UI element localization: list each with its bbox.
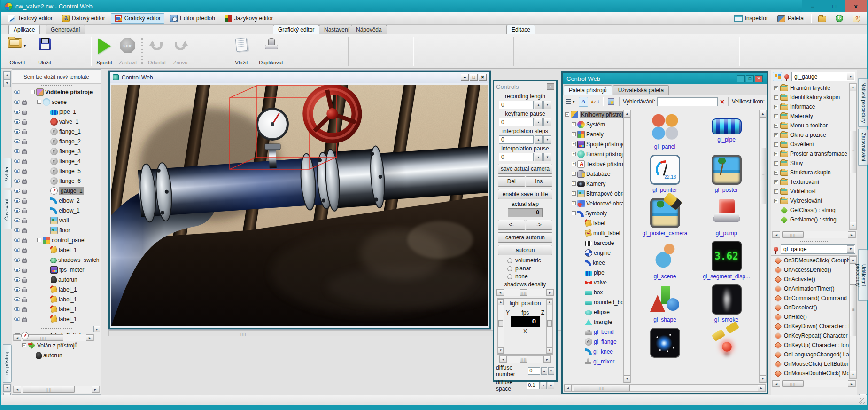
shadows-density-scrollbar[interactable]: ◄ ► (496, 289, 554, 296)
spin-up-icon[interactable]: ▲ (535, 118, 542, 126)
diffuse-space-input[interactable]: 0.1 (527, 382, 540, 389)
visibility-eye-icon[interactable] (14, 90, 20, 94)
visibility-eye-icon[interactable] (14, 258, 20, 262)
scroll-down-icon[interactable]: ▼ (760, 375, 766, 383)
tree-row[interactable]: flange_4 (12, 156, 101, 166)
pin-icon[interactable] (774, 247, 778, 252)
spin-down-icon[interactable]: ▼ (543, 118, 551, 126)
tab-napoveda[interactable]: Nápověda (351, 25, 387, 34)
editor-button[interactable]: Jazykový editor (221, 13, 277, 24)
tab-nastaveni[interactable]: Nastavení (319, 25, 355, 34)
library-tree-row[interactable]: + Spojité přístroje (563, 139, 631, 149)
tree-row[interactable]: pipe_1 (12, 107, 101, 117)
paste-button[interactable]: Vložit (230, 37, 253, 67)
palette-close-button[interactable]: ✕ (755, 75, 763, 82)
scroll-left-icon[interactable]: ◄ (773, 231, 780, 238)
del-button[interactable]: Del (498, 176, 525, 187)
scroll-left-icon[interactable]: ◄ (499, 356, 507, 363)
save-button[interactable]: Uložit (32, 37, 57, 67)
scroll-down-button[interactable]: ▼ (3, 79, 11, 87)
scroll-left-icon[interactable]: ◄ (496, 289, 504, 296)
palette-h-scrollbar[interactable]: ◄ ► (564, 384, 766, 392)
method-row[interactable]: GetName() : string (771, 215, 857, 224)
tree-expander[interactable]: + (572, 191, 576, 196)
scroll-left-icon[interactable]: ◄ (773, 380, 780, 387)
duplicate-button[interactable]: Duplikovat (256, 37, 286, 67)
lock-icon[interactable] (22, 150, 27, 154)
project-folder-button[interactable] (814, 13, 830, 24)
tree-row[interactable]: - control_panel (12, 235, 101, 245)
scroll-down-icon[interactable]: ▼ (850, 222, 856, 229)
lock-icon[interactable] (22, 220, 27, 223)
tree-expander[interactable]: + (572, 132, 576, 136)
tree-expander[interactable]: + (572, 181, 576, 186)
redo-button[interactable]: Znovu (170, 37, 191, 67)
scroll-down-icon[interactable]: ▼ (850, 371, 856, 378)
visibility-eye-icon[interactable] (14, 208, 20, 213)
scroll-up-icon[interactable]: ▲ (624, 110, 630, 118)
tab-aplikace[interactable]: Aplikace (8, 25, 40, 34)
lock-icon[interactable] (22, 111, 27, 115)
call-tree-h-scrollbar[interactable]: ◄ ► (13, 386, 100, 393)
library-tree-row[interactable]: knee (563, 258, 631, 268)
radio-icon[interactable] (507, 258, 512, 263)
tree-expander[interactable]: + (774, 86, 778, 90)
scroll-right-icon[interactable]: ► (848, 231, 855, 238)
visibility-eye-icon[interactable] (14, 297, 20, 301)
event-row[interactable]: OnKeyUp( Character : long (771, 340, 857, 350)
radio-icon[interactable] (507, 266, 512, 271)
event-row[interactable]: OnAnimationTimer() (771, 284, 857, 293)
library-tree-row[interactable]: barcode (563, 238, 631, 248)
library-tree-row[interactable]: + Bitmapové obrazy (563, 189, 631, 198)
palette-grid-item[interactable]: 22.16 gl_pointer (634, 155, 696, 193)
editor-button[interactable]: Editor předloh (166, 13, 219, 24)
library-tree-row[interactable]: ellipse (563, 307, 631, 317)
render-close-button[interactable]: ✕ (479, 74, 487, 81)
maximize-button[interactable]: □ (823, 0, 845, 12)
event-row[interactable]: OnMouseDoubleClick( Mou (771, 369, 857, 378)
visibility-eye-icon[interactable] (14, 238, 20, 242)
enable-save-to-file-button[interactable]: enable save to file (498, 189, 552, 199)
tree-row[interactable]: label_1 (12, 294, 101, 304)
tab-graficky-editor[interactable]: Grafický editor (273, 25, 319, 34)
light-y-scrollbar[interactable]: ▲▼ (497, 299, 504, 354)
library-tree-row[interactable]: + Binární přístroje (563, 149, 631, 159)
spin-field-input[interactable]: 0 (499, 101, 534, 109)
tab-scroll-down-button[interactable]: ▼ (3, 384, 11, 392)
visibility-eye-icon[interactable] (14, 169, 20, 173)
search-input[interactable] (657, 97, 718, 106)
tree-view-button[interactable] (773, 72, 782, 81)
visibility-eye-icon[interactable] (14, 110, 20, 114)
tree-expander[interactable]: + (774, 189, 778, 194)
event-row[interactable]: OnActivate() (771, 275, 857, 284)
palette-grid-item[interactable]: gl_poster_camera (634, 198, 696, 237)
lock-icon[interactable] (22, 121, 27, 125)
tree-expander[interactable]: + (572, 201, 576, 205)
procedure-folder-row[interactable]: + Texturování (771, 177, 857, 187)
library-tree-row[interactable]: box (563, 287, 631, 297)
spin-field-input[interactable]: 0 (499, 118, 534, 126)
light-x-scrollbar[interactable]: ◄ ► (499, 355, 551, 363)
spin-field-input[interactable]: 0 (499, 135, 534, 144)
visibility-eye-icon[interactable] (14, 119, 20, 124)
palette-grid-item[interactable]: gl_smoke (696, 284, 757, 323)
procedure-folder-row[interactable]: + Viditelnost (771, 187, 857, 196)
scroll-right-icon[interactable]: ► (848, 380, 855, 387)
procedure-folder-row[interactable]: + Prostor a transformace (771, 149, 857, 158)
palette-title-bar[interactable]: Control Web – □ ✕ (563, 73, 767, 84)
render-maximize-button[interactable]: □ (470, 74, 478, 81)
tree-row[interactable]: flange_3 (12, 146, 101, 156)
scroll-left-icon[interactable]: ◄ (14, 386, 21, 393)
spin-up-icon[interactable]: ▲ (535, 101, 542, 109)
visibility-eye-icon[interactable] (14, 317, 20, 321)
scroll-right-icon[interactable]: ► (86, 334, 93, 341)
tree-expander[interactable]: - (37, 238, 41, 242)
autorun-button[interactable]: autorun (498, 245, 552, 255)
procedure-folder-row[interactable]: + Stíny (771, 158, 857, 168)
library-tree-row[interactable]: triangle (563, 317, 631, 327)
tree-expander[interactable]: - (37, 100, 41, 104)
minimize-button[interactable]: – (802, 0, 823, 12)
undo-button[interactable]: Odvolat (145, 37, 169, 67)
event-row[interactable]: On3DMouseClick( GroupNa (771, 256, 857, 265)
palette-grid-item[interactable]: gl_pipe (696, 111, 757, 150)
